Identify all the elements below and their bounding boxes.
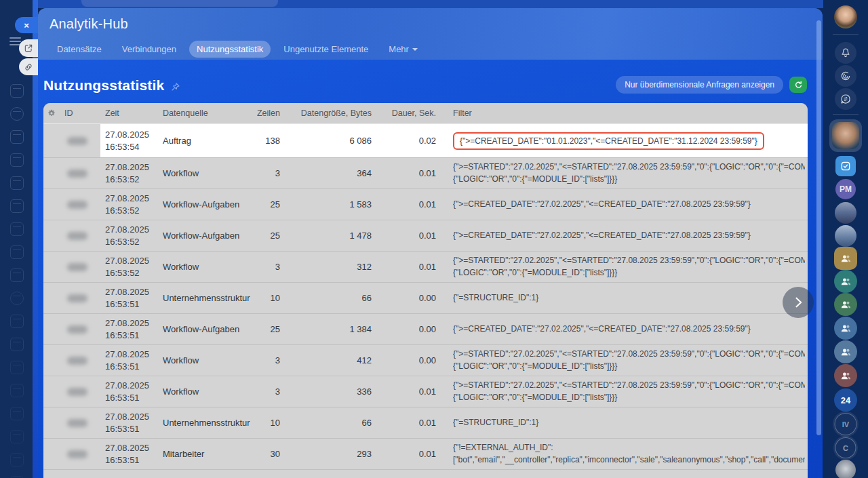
row-gutter [43,345,60,376]
tab-nutzungsstatistik[interactable]: Nutzungsstatistik [189,41,271,58]
cell-zeilen: 3 [254,345,285,376]
pin-icon[interactable] [170,81,181,92]
sidebar-item-whiteboard[interactable] [10,199,24,213]
chat-24[interactable]: 24 [834,389,857,412]
col-id[interactable]: ID [60,103,100,123]
cell-zeilen: 25 [254,220,285,251]
group-chat-3[interactable] [834,293,857,316]
profile-avatar[interactable] [834,5,857,28]
col-zeit[interactable]: Zeit [100,103,158,123]
sidebar-item-apps[interactable] [10,453,24,466]
recent-chat-avatar[interactable] [829,119,862,152]
cell-filter: {">=CREATED_DATE":"27.02.2025","<=CREATE… [441,189,808,220]
next-page-button[interactable] [783,287,814,318]
sidebar-item-messenger[interactable] [10,245,24,259]
row-gutter [43,283,60,313]
sidebar-item-mail[interactable] [10,222,24,236]
table-row[interactable]: 27.08.202516:53:51Unternehmensstruktur10… [43,282,808,313]
cell-zeit: 27.08.202516:53:52 [100,220,158,251]
tab-ungenutzte-elemente[interactable]: Ungenutzte Elemente [276,41,376,58]
app-title: Analytik-Hub [50,16,128,32]
chat-photo-2[interactable] [835,225,856,247]
sidebar-item-crm-card[interactable] [10,361,24,374]
col-filter[interactable]: Filter [441,103,808,123]
sidebar-item-contact-center[interactable] [10,338,24,351]
sidebar-item-calendar[interactable] [10,268,24,282]
table-row[interactable]: 27.08.202516:53:54Auftrag1386 0860.02{">… [43,123,808,157]
table-row[interactable]: 27.08.202516:53:51Workflow34120.00{">=ST… [43,344,808,376]
oversize-requests-button[interactable]: Nur überdimensionale Anfragen anzeigen [616,76,783,94]
sidebar-item-drive[interactable] [10,153,24,167]
cell-id [60,158,100,188]
tab-datens-tze[interactable]: Datensätze [50,41,109,58]
messenger-icon[interactable] [835,88,856,110]
col-datenquelle[interactable]: Datenquelle [158,103,254,123]
sidebar-item-employees[interactable] [10,107,24,121]
table-row[interactable]: 27.08.202516:53:52Workflow-Aufgaben251 4… [43,220,808,251]
sidebar-item-marketing[interactable] [10,407,24,420]
refresh-button[interactable] [789,77,807,93]
cell-zeilen: 25 [254,314,285,344]
notifications-bell-icon[interactable] [835,42,856,64]
chat-iv[interactable]: IV [835,413,857,435]
sidebar-item-workflows[interactable] [10,430,24,443]
tab-bar: DatensätzeVerbindungenNutzungsstatistikU… [50,40,425,58]
sidebar-item-tasks[interactable] [10,176,24,190]
cell-id: 1145 [60,470,100,478]
cell-dauer: 0.01 [376,439,441,469]
slider-scrollbar[interactable] [816,20,821,435]
redacted-id [67,357,87,365]
table-row[interactable]: 27.08.202516:53:52Workflow33640.01{">=ST… [43,157,808,188]
chat-photo-1[interactable] [835,202,856,224]
refresh-icon [793,80,804,90]
sidebar-item-documents[interactable] [10,130,24,144]
highlighted-filter-box: {">=CREATED_DATE":"01.01.2023","<=CREATE… [453,132,764,150]
cell-bytes: 312 [285,252,376,282]
slider-header: Analytik-Hub DatensätzeVerbindungenNutzu… [38,8,823,60]
group-chat-4[interactable] [834,317,857,340]
open-in-new-window-button[interactable] [19,39,38,57]
chat-c[interactable]: C [835,437,856,458]
col-dauer[interactable]: Dauer, Sek. [376,103,441,123]
copy-link-button[interactable] [19,58,38,75]
cell-zeilen: 138 [254,124,285,157]
close-slider-button[interactable]: × [15,17,38,33]
table-row[interactable]: 27.08.202516:53:51Mitarbeiter302930.01{"… [43,438,808,469]
cell-id [60,283,100,313]
tab-label: Mehr [389,44,409,54]
link-icon [24,62,33,72]
col-zeilen[interactable]: Zeilen [254,103,285,123]
chat-pm[interactable]: PM [835,179,856,199]
table-row[interactable]: 27.08.202516:53:51Workflow33360.01{">=ST… [43,376,808,407]
tab-verbindungen[interactable]: Verbindungen [115,41,184,58]
table-row[interactable]: 114527.08.2025Workflow32330.04{">=STARTE… [43,469,808,478]
group-chat-1[interactable] [834,247,857,270]
table-row[interactable]: 27.08.202516:53:51Unternehmensstruktur10… [43,407,808,438]
sidebar-item-shop[interactable] [10,384,24,397]
cell-bytes: 364 [285,158,376,188]
row-gutter [43,189,60,220]
table-row[interactable]: 27.08.202516:53:52Workflow33120.01{">=ST… [43,251,808,282]
col-datengroesse[interactable]: Datengröße, Bytes [285,103,376,123]
copilot-icon[interactable] [835,65,856,87]
rail-divider [833,34,859,35]
sidebar-item-news[interactable] [10,84,24,98]
planner-icon[interactable] [835,156,856,176]
table-row[interactable]: 27.08.202516:53:51Workflow-Aufgaben251 3… [43,313,808,344]
group-chat-6[interactable] [834,364,857,387]
cell-bytes: 1 583 [285,189,376,220]
group-chat-2[interactable] [834,270,857,293]
sidebar-item-analytics[interactable] [10,292,24,305]
table-row[interactable]: 27.08.202516:53:52Workflow-Aufgaben251 5… [43,188,808,220]
cell-zeilen: 30 [254,439,285,469]
cell-filter: {">=CREATED_DATE":"01.01.2023","<=CREATE… [441,124,808,157]
row-gutter [43,470,60,478]
sidebar-item-sign[interactable] [10,315,24,328]
group-chat-5[interactable] [834,340,857,363]
cell-bytes: 412 [285,345,376,376]
cell-filter: {"=STRUCTURE_ID":1} [441,407,808,438]
tab-mehr[interactable]: Mehr [381,41,425,58]
rail-item-label: PM [840,184,852,194]
chat-cat[interactable] [835,460,856,478]
table-settings-gear-icon[interactable] [43,103,60,123]
